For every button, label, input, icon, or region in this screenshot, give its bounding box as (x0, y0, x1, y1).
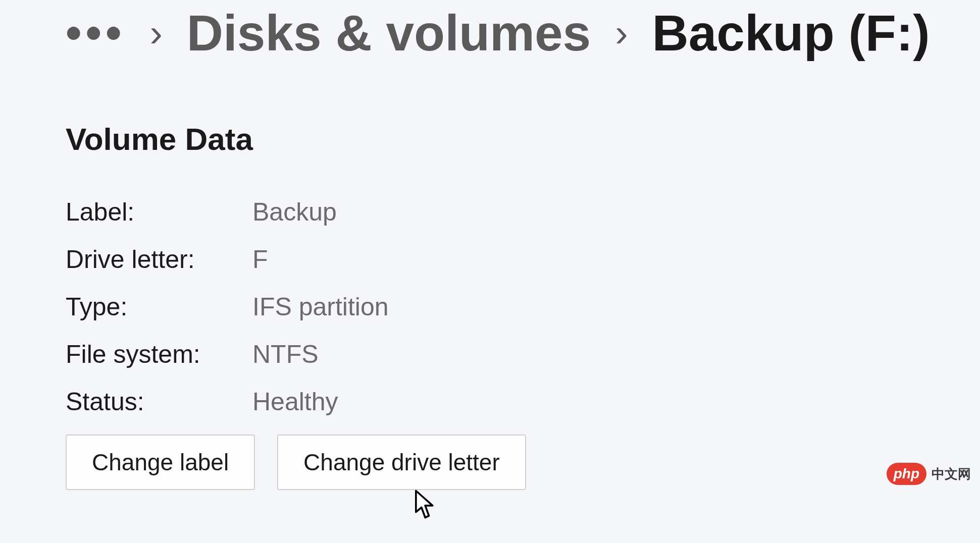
watermark-text: 中文网 (932, 465, 971, 483)
status-key: Status: (66, 387, 252, 416)
filesystem-value: NTFS (252, 340, 319, 369)
detail-row-drive-letter: Drive letter: F (66, 245, 980, 274)
detail-row-type: Type: IFS partition (66, 292, 980, 321)
type-key: Type: (66, 292, 252, 321)
filesystem-key: File system: (66, 340, 252, 369)
chevron-right-icon: › (150, 12, 163, 54)
breadcrumb-ellipsis[interactable]: ••• (66, 8, 126, 58)
chevron-right-icon: › (615, 12, 628, 54)
change-drive-letter-button[interactable]: Change drive letter (277, 435, 526, 490)
watermark: php 中文网 (887, 463, 971, 485)
breadcrumb: ••• › Disks & volumes › Backup (F:) (0, 0, 980, 61)
detail-row-label: Label: Backup (66, 197, 980, 227)
label-value: Backup (252, 197, 337, 227)
detail-row-filesystem: File system: NTFS (66, 340, 980, 369)
label-key: Label: (66, 197, 252, 227)
breadcrumb-parent-link[interactable]: Disks & volumes (187, 5, 591, 61)
svg-marker-0 (416, 491, 433, 518)
type-value: IFS partition (252, 292, 389, 321)
section-title: Volume Data (66, 121, 980, 157)
change-label-button[interactable]: Change label (66, 435, 255, 490)
action-buttons: Change label Change drive letter (66, 435, 980, 490)
detail-row-status: Status: Healthy (66, 387, 980, 416)
breadcrumb-current: Backup (F:) (652, 5, 930, 61)
status-value: Healthy (252, 387, 338, 416)
watermark-logo: php (887, 463, 926, 485)
drive-letter-key: Drive letter: (66, 245, 252, 274)
cursor-icon (415, 490, 437, 520)
volume-details: Label: Backup Drive letter: F Type: IFS … (66, 197, 980, 416)
drive-letter-value: F (252, 245, 268, 274)
